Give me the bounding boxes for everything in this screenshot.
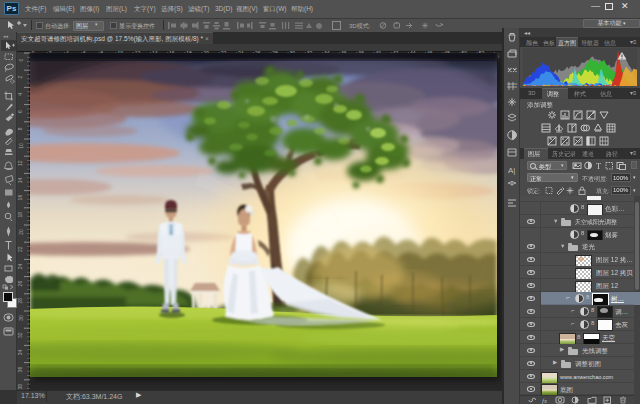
- svg-text:24: 24: [18, 263, 24, 269]
- svg-text:4: 4: [18, 93, 24, 96]
- svg-text:fx: fx: [542, 396, 548, 404]
- svg-text:34: 34: [18, 349, 24, 355]
- svg-text:A|: A|: [508, 166, 515, 175]
- svg-text:16: 16: [18, 195, 24, 201]
- svg-text:10: 10: [18, 143, 24, 149]
- svg-text:20: 20: [18, 229, 24, 235]
- svg-text:2: 2: [18, 76, 24, 79]
- svg-text:8: 8: [18, 127, 24, 130]
- svg-text:14: 14: [18, 177, 24, 183]
- svg-text:30: 30: [18, 315, 24, 321]
- svg-text:12: 12: [18, 160, 24, 166]
- svg-text:36: 36: [18, 367, 24, 373]
- svg-text:26: 26: [18, 281, 24, 287]
- svg-text:18: 18: [18, 212, 24, 218]
- svg-text:6: 6: [18, 110, 24, 113]
- svg-text:32: 32: [18, 332, 24, 338]
- svg-text:28: 28: [18, 298, 24, 304]
- svg-text:38: 38: [18, 384, 24, 390]
- svg-text:22: 22: [18, 246, 24, 252]
- svg-text:T: T: [596, 161, 602, 170]
- svg-text:0: 0: [18, 58, 24, 61]
